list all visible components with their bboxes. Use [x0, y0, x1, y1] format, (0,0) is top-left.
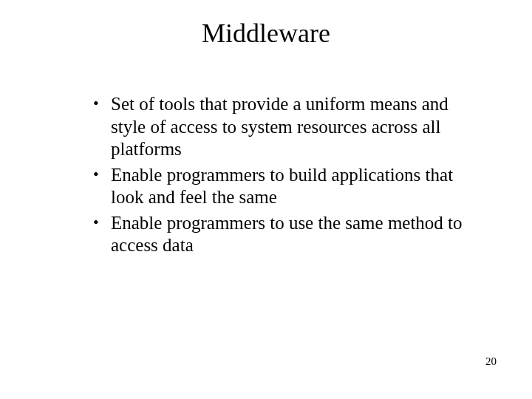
list-item: Enable programmers to use the same metho…: [89, 212, 466, 257]
bullet-text: Enable programmers to build applications…: [111, 165, 453, 208]
bullet-list: Set of tools that provide a uniform mean…: [89, 93, 466, 257]
list-item: Enable programmers to build applications…: [89, 164, 466, 209]
slide-body: Set of tools that provide a uniform mean…: [89, 93, 466, 260]
bullet-text: Enable programmers to use the same metho…: [111, 213, 463, 256]
slide: Middleware Set of tools that provide a u…: [0, 0, 532, 399]
slide-title: Middleware: [0, 18, 532, 49]
bullet-text: Set of tools that provide a uniform mean…: [111, 94, 449, 159]
list-item: Set of tools that provide a uniform mean…: [89, 93, 466, 161]
page-number: 20: [485, 355, 497, 368]
